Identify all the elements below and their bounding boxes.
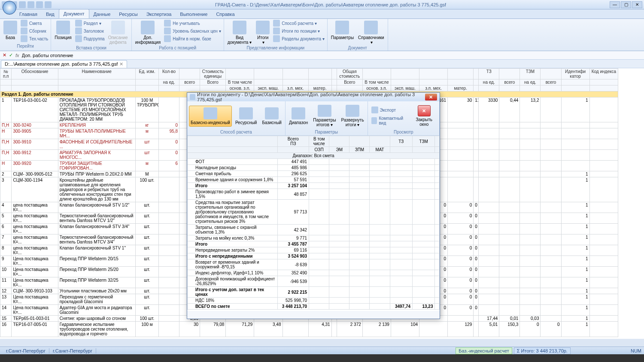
totals-row[interactable]: Итого с учетом доп. затрат в тек ценах2 … [188, 287, 440, 298]
close-icon[interactable]: ✕ [119, 61, 123, 67]
total-badge: Σ Итого: 3 448 213,70р. [514, 347, 571, 354]
params-button[interactable]: Диапазон [287, 106, 310, 127]
qat-icon[interactable] [45, 1, 52, 8]
calc-method-button[interactable]: Базисный [260, 106, 283, 127]
totals-row[interactable]: Итого с непредвиденными3 524 903 [188, 253, 440, 259]
formula-input[interactable] [22, 53, 641, 58]
ribbon-small-button[interactable]: Уровень базисных цен ▾ [164, 27, 221, 34]
totals-row[interactable]: Итого3 455 787 [188, 241, 440, 247]
minimize-button[interactable]: — [610, 1, 620, 8]
ribbon-button[interactable]: Итоги ▾ [255, 20, 270, 46]
ribbon-button[interactable]: Справочники ▾ [357, 20, 385, 46]
ribbon-button[interactable]: Параметры [330, 20, 355, 41]
ribbon-button[interactable]: База [3, 20, 18, 41]
ribbon-tab[interactable]: Данные [89, 10, 115, 18]
totals-dialog: Итоги по документу - D:\Денис\Хал\Аквате… [187, 92, 440, 319]
formula-bar: ✕ ✓ fx [0, 51, 644, 60]
ribbon-tab[interactable]: Документ [59, 9, 89, 18]
title-bar: ГРАНД-Смета - D:\Денис\Хал\Акватерм\Бонч… [0, 0, 644, 9]
view-link[interactable]: Компактный вид [371, 116, 407, 125]
dialog-icon [190, 94, 195, 100]
ribbon-small-button[interactable]: Сборник [21, 27, 48, 34]
totals-row[interactable]: НДС 18%525 998,70 [188, 298, 440, 304]
totals-row[interactable]: Возврат от временных зданий и сооружений… [188, 259, 440, 270]
ribbon-small-button[interactable]: Подгруппа [75, 35, 105, 42]
dialog-close-button[interactable]: ✕ [425, 94, 437, 100]
accept-icon[interactable]: ✓ [9, 52, 13, 58]
ribbon-small-button[interactable]: Итоги по позиции ▾ [273, 27, 325, 34]
cancel-icon[interactable]: ✕ [3, 52, 6, 58]
close-button[interactable]: ✕ [632, 1, 642, 8]
calc-method-button[interactable]: Базисно-индексный [189, 106, 232, 127]
totals-row[interactable]: Итого3 257 104 [188, 183, 440, 189]
ribbon-tab[interactable]: Главная [15, 10, 42, 18]
ribbon-small-button[interactable]: Найти в норм. базе [164, 35, 221, 42]
office-button[interactable] [3, 1, 16, 15]
ribbon-button[interactable]: Вид документа ▾ [227, 20, 253, 46]
maximize-button[interactable]: ▢ [621, 1, 631, 8]
dialog-title-bar: Итоги по документу - D:\Денис\Хал\Аквате… [187, 93, 440, 101]
ribbon-small-button[interactable]: Тех.часть [21, 35, 48, 42]
qat-icon[interactable] [36, 1, 43, 8]
totals-row[interactable]: Сметная прибыль296 625 [188, 171, 440, 177]
status-bar: г.Санкт-Петербург г.Санкт-Петербург Баз.… [0, 347, 644, 354]
dialog-ribbon: Базисно-индексныйРесурсныйБазисный Спосо… [187, 101, 440, 136]
ribbon: БазаСметаСборникТех.частьПерейтиПозицияР… [0, 19, 644, 51]
ribbon-small-button[interactable]: Смета [21, 20, 48, 27]
totals-row[interactable]: ФОТ447 491 [188, 159, 440, 165]
ribbon-small-button[interactable]: Не учитывать [164, 20, 221, 27]
totals-row[interactable]: ВСЕГО по смете3 448 213,703497,7413,23 [188, 304, 440, 310]
ribbon-button[interactable]: Описание дефекта [107, 20, 129, 46]
ribbon-tab[interactable]: Выполнение [176, 10, 212, 18]
fx-icon[interactable]: fx [15, 53, 19, 58]
ribbon-tab[interactable]: Ресурсы [115, 10, 142, 18]
calc-method-button[interactable]: Ресурсный [234, 106, 259, 127]
totals-row[interactable]: Накладные расходы485 986 [188, 165, 440, 171]
ribbon-small-button[interactable]: Заголовок [75, 27, 105, 34]
taskbar [0, 354, 644, 362]
ribbon-small-button[interactable]: Раздел ▾ [75, 20, 105, 27]
ribbon-tabs: ГлавнаяВидДокументДанныеРесурсыЭкспертиз… [0, 9, 644, 19]
totals-row[interactable]: Непредвиденные затраты 2%69 116 [188, 247, 440, 253]
close-window-button[interactable]: ✕ [418, 105, 431, 116]
dialog-content: ВсегоПЗВ том числеТЗТЗМОЗПЭМЗПММАТДиапаз… [187, 136, 440, 311]
window-title: ГРАНД-Смета - D:\Денис\Хал\Акватерм\Бонч… [52, 2, 610, 7]
ribbon-button[interactable]: Позиция [54, 20, 73, 41]
totals-row[interactable]: Индекс-дефлятор, Идеф=1,1 10%352 490 [188, 270, 440, 276]
ribbon-tab[interactable]: Экспертиза [142, 10, 176, 18]
document-tabs: D:...\Акватерм отопление доп. работы 3 7… [0, 60, 644, 68]
params-button[interactable]: Развернуть итоги ▾ [340, 103, 366, 129]
qat-icon[interactable] [27, 1, 34, 8]
table-row[interactable]: 16ТЕР16-07-005-01Гидравлическое испытани… [0, 322, 618, 337]
ribbon-button[interactable]: Доп. информация [134, 20, 162, 46]
totals-row[interactable]: Производство работ в зимнее время 1,5%48… [188, 189, 440, 200]
view-link[interactable]: Экспорт [371, 106, 407, 113]
ribbon-small-button[interactable]: Разделы документа ▾ [273, 35, 325, 42]
ribbon-tab[interactable]: Вид [42, 10, 59, 18]
document-tab[interactable]: D:...\Акватерм отопление доп. работы 3 7… [1, 60, 127, 68]
totals-row[interactable]: Затраты, связанные с охраной объектов 1,… [188, 225, 440, 235]
totals-row[interactable]: Средства на покрытие затрат строительных… [188, 200, 440, 225]
qat-icon[interactable] [19, 1, 26, 8]
totals-row[interactable]: Временные здания и сооружения 1,8%57 591 [188, 177, 440, 183]
totals-table[interactable]: ВсегоПЗВ том числеТЗТЗМОЗПЭМЗПММАТДиапаз… [187, 136, 440, 310]
calc-mode-badge[interactable]: Баз.-индексный расчет [456, 347, 512, 354]
ribbon-tab[interactable]: Справка [212, 10, 239, 18]
totals-row[interactable]: Затраты на мойку колес 0,3%9 771 [188, 235, 440, 241]
totals-row[interactable]: Договорной понижающий коэффициент -26,85… [188, 276, 440, 287]
params-button[interactable]: Параметры итогов ▾ [311, 103, 337, 129]
ribbon-small-button[interactable]: Способ расчета ▾ [273, 20, 325, 27]
